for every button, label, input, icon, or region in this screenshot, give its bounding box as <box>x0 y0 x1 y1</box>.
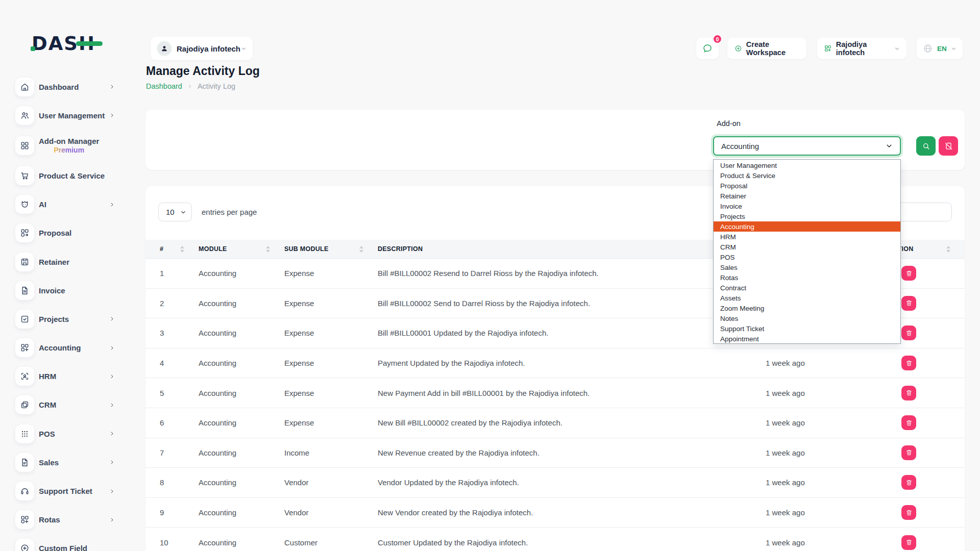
cell-description: Customer Updated by the Rajodiya infotec… <box>378 538 766 547</box>
sidebar-item-dashboard[interactable]: Dashboard <box>0 72 145 101</box>
sidebar-item-label: Add-on Manager <box>39 137 99 145</box>
cell-sub-module: Expense <box>284 418 378 427</box>
cell-date: 1 week ago <box>766 508 888 517</box>
cart-icon <box>15 166 34 185</box>
filter-search-button[interactable] <box>916 136 936 156</box>
delete-button[interactable] <box>901 475 916 490</box>
cell-action <box>888 356 965 370</box>
addon-option-invoice[interactable]: Invoice <box>714 201 900 211</box>
trash-icon <box>905 449 913 456</box>
retainer-icon <box>15 253 34 271</box>
delete-button[interactable] <box>901 445 916 460</box>
create-workspace-button[interactable]: Create Workspace <box>727 38 806 59</box>
sidebar-item-rotas[interactable]: Rotas <box>0 506 145 534</box>
column-header-sub-module[interactable]: SUB MODULE <box>284 245 378 253</box>
entries-per-page-select[interactable]: 10 <box>158 203 192 221</box>
addon-option-notes[interactable]: Notes <box>714 314 900 324</box>
org-switcher[interactable]: Rajodiya infotech <box>817 38 906 59</box>
filter-reset-button[interactable] <box>939 136 958 156</box>
cell-description: New Revenue created by the Rajodiya info… <box>378 448 766 457</box>
ai-icon <box>15 195 34 214</box>
sidebar-item-add-on-manager[interactable]: Add-on ManagerPremium <box>0 130 145 161</box>
cell-action <box>888 445 965 460</box>
delete-button[interactable] <box>901 356 916 370</box>
column-header-module[interactable]: MODULE <box>199 245 284 253</box>
chevron-down-icon <box>180 209 186 215</box>
column-header-description[interactable]: DESCRIPTION <box>378 245 766 253</box>
language-selector[interactable]: EN <box>917 38 963 59</box>
workspace-selector[interactable]: Rajodiya infotech <box>151 37 253 60</box>
sidebar-item-custom-field[interactable]: Custom Field <box>0 534 145 551</box>
sidebar-item-hrm[interactable]: HRM <box>0 362 145 391</box>
cell-module: Accounting <box>199 389 284 397</box>
addon-select[interactable]: Accounting <box>713 136 901 156</box>
page-title: Manage Activity Log <box>146 64 260 78</box>
chat-badge: 0 <box>713 34 722 44</box>
cell-description: New Payment Add in bill #BILL00001 by th… <box>378 389 766 397</box>
plus-circle-icon <box>734 44 742 53</box>
accounting-icon <box>15 338 34 357</box>
sidebar-item-sales[interactable]: Sales <box>0 448 145 477</box>
sort-icon <box>946 246 950 253</box>
cell-description: New Vendor created by the Rajodiya infot… <box>378 508 766 517</box>
addon-option-pos[interactable]: POS <box>714 252 900 262</box>
cell-action <box>888 535 965 550</box>
sidebar-item-crm[interactable]: CRM <box>0 391 145 419</box>
addon-option-appointment[interactable]: Appointment <box>714 334 900 344</box>
sidebar-item-label: Rotas <box>39 515 60 524</box>
addon-filter-label: Add-on <box>717 119 741 128</box>
sidebar-item-user-management[interactable]: User Management <box>0 101 145 130</box>
avatar <box>157 41 172 56</box>
sidebar-item-retainer[interactable]: Retainer <box>0 247 145 276</box>
sidebar-item-projects[interactable]: Projects <box>0 305 145 333</box>
language-code: EN <box>937 45 947 53</box>
cell-sub-module: Income <box>284 448 378 457</box>
cell-module: Accounting <box>199 299 284 308</box>
addon-option-sales[interactable]: Sales <box>714 262 900 272</box>
delete-button[interactable] <box>901 296 916 311</box>
addon-option-zoom-meeting[interactable]: Zoom Meeting <box>714 304 900 314</box>
column-header-[interactable]: # <box>160 245 199 253</box>
addon-option-proposal[interactable]: Proposal <box>714 181 900 191</box>
cell-action <box>888 475 965 490</box>
sidebar-item-pos[interactable]: POS <box>0 419 145 448</box>
create-workspace-label: Create Workspace <box>746 40 799 57</box>
sidebar-item-support-ticket[interactable]: Support Ticket <box>0 477 145 505</box>
cell-sub-module: Expense <box>284 389 378 397</box>
cell-number: 6 <box>160 418 199 427</box>
messenger-button[interactable]: 0 <box>696 38 719 59</box>
app-logo[interactable]: DASH <box>32 33 95 55</box>
table-row: 5AccountingExpenseNew Payment Add in bil… <box>145 378 965 408</box>
addon-option-rotas[interactable]: Rotas <box>714 273 900 283</box>
cell-sub-module: Vendor <box>284 478 378 487</box>
sales-icon <box>15 453 34 472</box>
delete-button[interactable] <box>901 535 916 550</box>
addon-option-product-service[interactable]: Product & Service <box>714 170 900 181</box>
addon-option-user-management[interactable]: User Management <box>714 160 900 170</box>
delete-button[interactable] <box>901 415 916 430</box>
addon-option-accounting[interactable]: Accounting <box>714 221 900 232</box>
sidebar-item-accounting[interactable]: Accounting <box>0 334 145 362</box>
addon-option-projects[interactable]: Projects <box>714 211 900 221</box>
delete-button[interactable] <box>901 386 916 400</box>
chevron-right-icon <box>109 84 115 90</box>
cell-module: Accounting <box>199 329 284 337</box>
delete-button[interactable] <box>901 266 916 281</box>
cell-description: Bill #BILL00002 Send to Darrel Rioss by … <box>378 299 766 308</box>
addon-option-hrm[interactable]: HRM <box>714 232 900 242</box>
table-row: 9AccountingVendorNew Vendor created by t… <box>145 498 965 528</box>
sidebar-item-invoice[interactable]: Invoice <box>0 276 145 305</box>
addon-option-crm[interactable]: CRM <box>714 242 900 252</box>
addon-option-contract[interactable]: Contract <box>714 283 900 293</box>
addon-option-support-ticket[interactable]: Support Ticket <box>714 324 900 334</box>
breadcrumb-dashboard-link[interactable]: Dashboard <box>146 82 182 90</box>
sidebar-item-proposal[interactable]: Proposal <box>0 219 145 247</box>
delete-button[interactable] <box>901 505 916 520</box>
addon-option-retainer[interactable]: Retainer <box>714 191 900 201</box>
search-icon <box>922 142 930 151</box>
sidebar-item-product-service[interactable]: Product & Service <box>0 161 145 190</box>
sidebar-item-ai[interactable]: AI <box>0 190 145 219</box>
addon-option-assets[interactable]: Assets <box>714 293 900 304</box>
entries-per-page-label: entries per page <box>202 208 257 216</box>
delete-button[interactable] <box>901 325 916 340</box>
